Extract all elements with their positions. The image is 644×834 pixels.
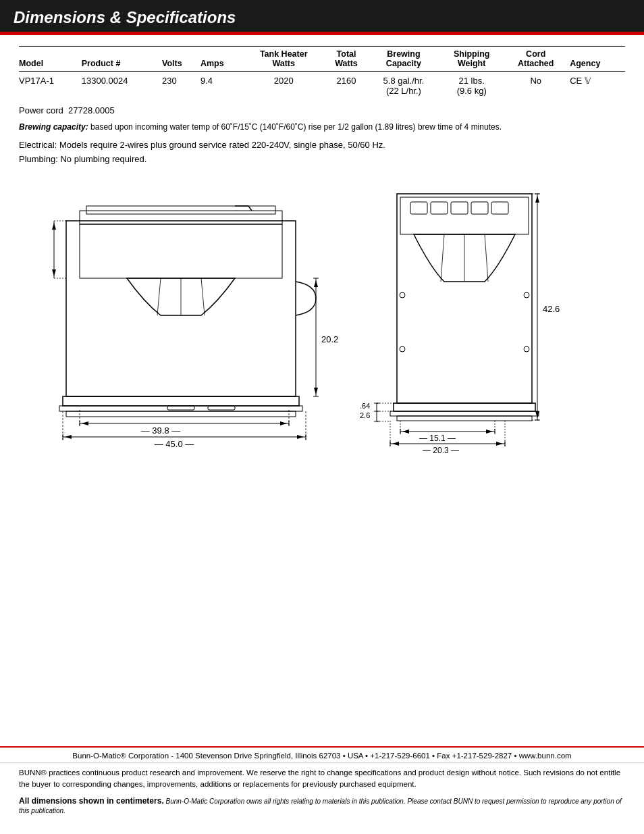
company-text: Bunn-O-Matic® Corporation - 1400 Stevens…: [72, 752, 571, 760]
svg-rect-54: [397, 416, 532, 421]
svg-rect-40: [410, 202, 427, 214]
left-machine-svg: 20.2 — 39.8 —: [26, 180, 343, 444]
table-row: VP17A-1 13300.0024 230 9.4 2020 2160 5.8…: [19, 72, 625, 99]
svg-rect-10: [59, 406, 302, 411]
col-agency: Agency: [570, 47, 625, 72]
svg-marker-81: [496, 442, 503, 446]
brewing-note: Brewing capacity: based upon incoming wa…: [19, 122, 625, 132]
col-volts: Volts: [162, 47, 200, 72]
svg-line-47: [485, 234, 488, 282]
svg-line-6: [157, 278, 161, 315]
cell-total-watts: 2160: [327, 72, 369, 99]
svg-marker-80: [392, 442, 399, 446]
dim-right-width2-label: — 20.3 —: [423, 446, 459, 455]
col-cord-attached: CordAttached: [506, 47, 570, 72]
svg-marker-22: [82, 421, 88, 425]
specs-table: Model Product # Volts Amps Tank HeaterWa…: [19, 46, 625, 99]
col-product-num: Product #: [82, 47, 162, 72]
dim-bottom1-label: .64: [360, 402, 370, 410]
svg-rect-52: [394, 403, 535, 411]
power-cord-value: 27728.0005: [68, 105, 115, 115]
header-bar: Dimensions & Specifications: [0, 0, 644, 35]
power-cord-label: Power cord: [19, 105, 63, 115]
diagrams-area: 20.2 — 39.8 —: [26, 180, 625, 450]
cell-agency: CE 𝕍: [570, 72, 625, 99]
shipping-weight-line2: (9.6 kg): [457, 86, 487, 96]
col-brewing-capacity: BrewingCapacity: [370, 47, 442, 72]
brewing-note-bold: Brewing capacity:: [19, 122, 88, 132]
diagram-right: 42.6 .64 2.6: [363, 180, 599, 437]
svg-marker-29: [65, 435, 72, 439]
svg-rect-2: [86, 206, 275, 214]
svg-marker-17: [314, 280, 318, 287]
cell-shipping-weight: 21 lbs. (9.6 kg): [441, 72, 506, 99]
col-model: Model: [19, 47, 82, 72]
right-machine-svg: 42.6 .64 2.6: [363, 180, 593, 450]
page-title: Dimensions & Specifications: [14, 8, 236, 27]
svg-rect-38: [397, 194, 532, 403]
svg-rect-44: [491, 202, 508, 214]
dim-bottom2-label: 2.6: [360, 411, 370, 419]
svg-marker-73: [402, 429, 409, 434]
cell-tank-heater-watts: 2020: [244, 72, 327, 99]
cell-volts: 230: [162, 72, 200, 99]
svg-marker-23: [280, 421, 287, 425]
svg-marker-74: [486, 429, 493, 434]
svg-rect-41: [431, 202, 448, 214]
svg-rect-43: [471, 202, 488, 214]
plumbing-note: Plumbing: No plumbing required.: [19, 153, 625, 167]
svg-rect-53: [390, 411, 539, 416]
dim-right-height-label: 42.6: [543, 304, 560, 314]
svg-marker-36: [52, 223, 56, 230]
svg-point-50: [400, 346, 405, 352]
col-amps: Amps: [200, 47, 244, 72]
agency-ce: CE 𝕍: [570, 76, 591, 86]
content-area: Model Product # Volts Amps Tank HeaterWa…: [0, 35, 644, 450]
svg-marker-30: [297, 435, 304, 439]
svg-line-8: [201, 278, 205, 315]
dimensions-note-bold: All dimensions shown in centimeters.: [19, 796, 164, 806]
disclaimer-text: BUNN® practices continuous product resea…: [19, 768, 620, 788]
dim-width1-label: — 39.8 —: [141, 425, 181, 436]
cell-brewing-capacity: 5.8 gal./hr. (22 L/hr.): [370, 72, 442, 99]
svg-line-45: [441, 234, 444, 282]
dim-right-width1-label: — 15.1 —: [419, 434, 456, 443]
footer-dimensions-note: All dimensions shown in centimeters. Bun…: [0, 793, 644, 818]
svg-rect-42: [451, 202, 468, 214]
brewing-cap-line1: 5.8 gal./hr.: [383, 76, 425, 86]
cell-product-num: 13300.0024: [82, 72, 162, 99]
diagram-left: 20.2 — 39.8 —: [26, 180, 343, 437]
footer-disclaimer: BUNN® practices continuous product resea…: [0, 762, 644, 793]
svg-marker-37: [52, 269, 56, 276]
svg-rect-9: [63, 396, 299, 406]
power-cord-line: Power cord 27728.0005: [19, 105, 625, 115]
dim-height-label: 20.2: [321, 334, 338, 344]
svg-rect-13: [66, 411, 296, 417]
page: Dimensions & Specifications Model Produc…: [0, 0, 644, 834]
svg-rect-5: [80, 224, 282, 278]
footer-company: Bunn-O-Matic® Corporation - 1400 Stevens…: [0, 746, 644, 762]
col-tank-heater-watts: Tank HeaterWatts: [244, 47, 327, 72]
svg-point-49: [524, 292, 529, 298]
svg-marker-18: [314, 388, 318, 394]
col-total-watts: TotalWatts: [327, 47, 369, 72]
col-shipping-weight: ShippingWeight: [441, 47, 506, 72]
svg-rect-1: [80, 211, 282, 224]
svg-rect-39: [400, 197, 529, 234]
svg-point-48: [400, 292, 405, 298]
cell-cord-attached: No: [506, 72, 570, 99]
svg-point-51: [524, 346, 529, 352]
electrical-note: Electrical: Models require 2-wires plus …: [19, 138, 625, 153]
svg-marker-58: [535, 196, 539, 203]
dim-width2-label: — 45.0 —: [155, 439, 194, 449]
footer-area: Bunn-O-Matic® Corporation - 1400 Stevens…: [0, 746, 644, 834]
notes-section: Electrical: Models require 2-wires plus …: [19, 138, 625, 167]
svg-rect-12: [208, 406, 235, 410]
brewing-cap-line2: (22 L/hr.): [386, 86, 421, 96]
cell-model: VP17A-1: [19, 72, 82, 99]
shipping-weight-line1: 21 lbs.: [459, 76, 485, 86]
svg-rect-11: [167, 406, 194, 410]
cell-amps: 9.4: [200, 72, 244, 99]
table-header-row: Model Product # Volts Amps Tank HeaterWa…: [19, 47, 625, 72]
svg-line-4: [248, 206, 252, 211]
